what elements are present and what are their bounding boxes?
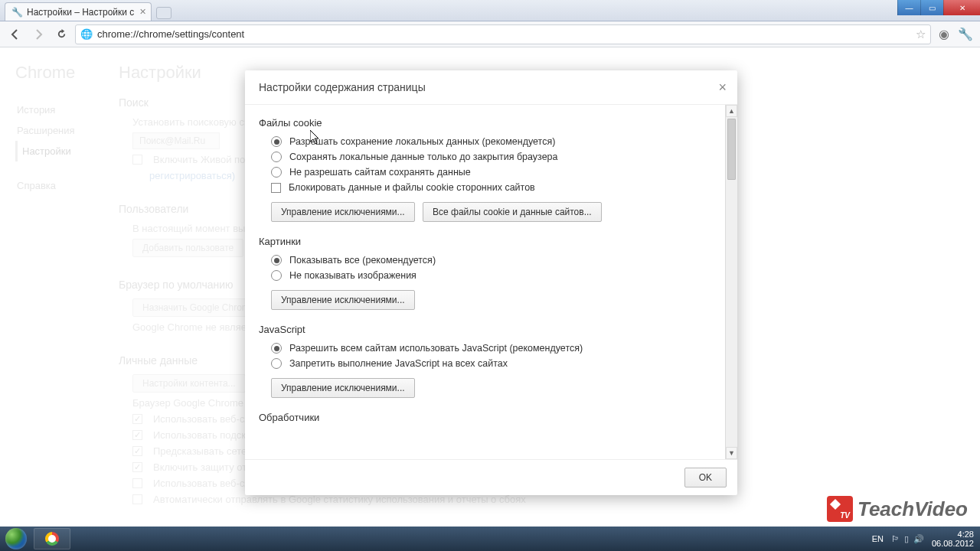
tab-title: Настройки – Настройки с <box>27 7 134 18</box>
checkbox-icon <box>271 183 281 193</box>
windows-taskbar: EN 🏳 ▯ 🔊 4:28 06.08.2012 <box>0 527 980 551</box>
cookies-allow-radio[interactable]: Разрешать сохранение локальных данных (р… <box>271 136 724 147</box>
cookies-section: Файлы cookie Разрешать сохранение локаль… <box>259 117 724 222</box>
radio-icon <box>271 270 282 281</box>
window-controls: — ▭ ✕ <box>897 0 980 15</box>
tab-close-icon[interactable]: ✕ <box>139 7 146 17</box>
dialog-header: Настройки содержания страницы × <box>245 70 737 104</box>
dialog-close-button[interactable]: × <box>718 80 727 96</box>
user-icon[interactable]: ◉ <box>936 26 952 43</box>
back-button[interactable] <box>6 25 24 44</box>
js-allow-radio[interactable]: Разрешить всем сайтам использовать JavaS… <box>271 343 724 354</box>
bookmark-star-icon[interactable]: ☆ <box>916 28 926 41</box>
cookies-session-radio[interactable]: Сохранять локальные данные только до зак… <box>271 152 724 162</box>
system-tray: EN 🏳 ▯ 🔊 4:28 06.08.2012 <box>872 530 980 548</box>
ok-button[interactable]: OK <box>684 468 727 487</box>
scroll-track[interactable] <box>726 117 737 447</box>
radio-icon <box>271 255 282 266</box>
js-block-radio[interactable]: Запретить выполнение JavaScript на всех … <box>271 358 724 369</box>
scroll-up-icon[interactable]: ▲ <box>726 105 737 117</box>
maximize-button[interactable]: ▭ <box>920 0 943 15</box>
radio-icon <box>271 167 282 178</box>
dialog-body: Файлы cookie Разрешать сохранение локаль… <box>245 104 737 460</box>
content-settings-dialog: Настройки содержания страницы × Файлы co… <box>245 70 737 495</box>
handlers-section: Обработчики <box>259 412 724 423</box>
arrow-left-icon <box>9 28 21 41</box>
javascript-section: JavaScript Разрешить всем сайтам использ… <box>259 324 724 398</box>
language-indicator[interactable]: EN <box>872 534 884 543</box>
cookies-exceptions-button[interactable]: Управление исключениями... <box>271 202 415 222</box>
js-exceptions-button[interactable]: Управление исключениями... <box>271 378 415 398</box>
browser-tab[interactable]: 🔧 Настройки – Настройки с ✕ <box>5 2 152 21</box>
teachvideo-watermark: TeachVideo <box>827 496 968 522</box>
reload-button[interactable] <box>52 25 70 44</box>
dialog-scrollbar[interactable]: ▲ ▼ <box>725 105 737 459</box>
window-titlebar: 🔧 Настройки – Настройки с ✕ — ▭ ✕ <box>0 0 980 21</box>
tray-icons[interactable]: 🏳 ▯ 🔊 <box>891 534 924 544</box>
new-tab-button[interactable] <box>156 7 172 19</box>
images-exceptions-button[interactable]: Управление исключениями... <box>271 290 415 310</box>
images-section: Картинки Показывать все (рекомендуется) … <box>259 236 724 310</box>
images-heading: Картинки <box>259 236 724 247</box>
radio-icon <box>271 136 282 147</box>
date-text: 06.08.2012 <box>932 539 974 548</box>
dialog-footer: OK <box>245 460 737 495</box>
handlers-heading: Обработчики <box>259 412 724 423</box>
block-third-party-checkbox[interactable]: Блокировать данные и файлы cookie сторон… <box>271 182 724 193</box>
wrench-icon: 🔧 <box>11 7 22 18</box>
time-text: 4:28 <box>932 530 974 539</box>
wrench-menu-icon[interactable]: 🔧 <box>957 26 974 43</box>
radio-icon <box>271 343 282 354</box>
start-button[interactable] <box>0 527 32 551</box>
chrome-icon <box>45 532 59 546</box>
images-hide-radio[interactable]: Не показывать изображения <box>271 270 724 281</box>
globe-icon: 🌐 <box>80 28 93 40</box>
dialog-title: Настройки содержания страницы <box>259 81 426 93</box>
images-show-radio[interactable]: Показывать все (рекомендуется) <box>271 255 724 266</box>
radio-icon <box>271 358 282 369</box>
taskbar-chrome[interactable] <box>34 528 70 549</box>
scroll-down-icon[interactable]: ▼ <box>726 447 737 459</box>
reload-icon <box>56 28 67 40</box>
teachvideo-logo-icon <box>827 496 853 522</box>
clock[interactable]: 4:28 06.08.2012 <box>932 530 974 548</box>
windows-logo-icon <box>5 528 27 549</box>
js-heading: JavaScript <box>259 324 724 335</box>
cookies-block-radio[interactable]: Не разрешать сайтам сохранять данные <box>271 167 724 178</box>
window-close-button[interactable]: ✕ <box>943 0 980 15</box>
arrow-right-icon <box>32 28 44 41</box>
flag-icon: 🏳 <box>891 534 900 544</box>
scroll-thumb[interactable] <box>727 119 736 180</box>
all-cookies-button[interactable]: Все файлы cookie и данные сайтов... <box>423 202 602 222</box>
minimize-button[interactable]: — <box>897 0 920 15</box>
url-text: chrome://chrome/settings/content <box>97 28 244 40</box>
volume-icon: 🔊 <box>913 534 924 544</box>
browser-toolbar: 🌐 chrome://chrome/settings/content ☆ ◉ 🔧 <box>0 21 980 47</box>
network-icon: ▯ <box>904 534 909 544</box>
watermark-text: TeachVideo <box>858 497 968 521</box>
forward-button[interactable] <box>29 25 47 44</box>
address-bar[interactable]: 🌐 chrome://chrome/settings/content ☆ <box>75 24 931 44</box>
cookies-heading: Файлы cookie <box>259 117 724 129</box>
radio-icon <box>271 152 282 162</box>
